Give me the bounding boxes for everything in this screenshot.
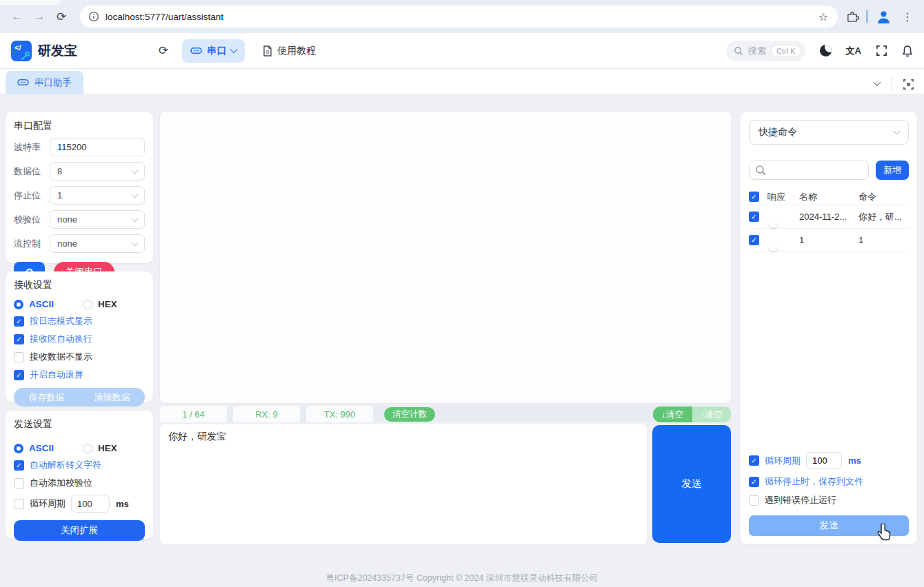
auto-scroll-option[interactable]: ✓开启自动滚屏 bbox=[14, 369, 145, 381]
quick-commands-select[interactable]: 快捷命令 bbox=[749, 120, 909, 145]
serial-nav-button[interactable]: 串口 bbox=[182, 39, 245, 63]
tutorial-link[interactable]: 使用教程 bbox=[263, 45, 316, 57]
browser-back-button[interactable]: ← bbox=[7, 6, 28, 27]
url-text[interactable]: localhost:5777/uart/assistant bbox=[106, 12, 807, 22]
add-command-button[interactable]: 新增 bbox=[876, 161, 909, 180]
receive-format-radios: ASCII HEX bbox=[14, 299, 145, 309]
select-value: none bbox=[57, 238, 77, 249]
hex-radio[interactable] bbox=[83, 444, 92, 453]
command-value-cell: 1 bbox=[858, 235, 909, 245]
global-search[interactable]: 搜索 Ctrl K bbox=[726, 41, 805, 61]
hex-radio[interactable] bbox=[83, 300, 92, 309]
select-value: 8 bbox=[57, 166, 62, 176]
site-info-icon[interactable] bbox=[88, 11, 99, 22]
dark-mode-icon[interactable] bbox=[820, 45, 832, 56]
loop-period-input[interactable] bbox=[71, 495, 110, 513]
tabs-collapse-chevron-icon[interactable] bbox=[873, 79, 881, 86]
browser-menu-icon[interactable]: ⋮ bbox=[899, 10, 916, 23]
clear-data-button[interactable]: 清除数据 bbox=[94, 391, 130, 404]
ascii-radio-label[interactable]: ASCII bbox=[29, 299, 54, 309]
field-label: 数据位 bbox=[14, 165, 50, 178]
select-value: 1 bbox=[57, 190, 62, 200]
bookmark-star-icon[interactable]: ☆ bbox=[813, 10, 834, 23]
send-text-input[interactable]: 你好，研发宝 bbox=[160, 424, 647, 544]
checkbox-unchecked-icon: ✓ bbox=[14, 478, 24, 488]
clear-counters-button[interactable]: 清空计数 bbox=[384, 407, 435, 422]
command-search-input[interactable] bbox=[749, 161, 869, 180]
ascii-radio-label[interactable]: ASCII bbox=[29, 443, 54, 453]
profile-avatar-icon[interactable] bbox=[875, 8, 892, 25]
command-name-cell: 1 bbox=[799, 235, 858, 245]
clear-down-button[interactable]: ↓清空 bbox=[653, 406, 692, 422]
send-settings-panel: 发送设置 ASCII HEX ✓自动解析转义字符 ✓自动添加校验位 ✓ 循环周期… bbox=[6, 411, 153, 539]
checkbox-checked-icon: ✓ bbox=[14, 334, 24, 344]
loop-period-input[interactable] bbox=[806, 452, 842, 469]
checkbox-unchecked-icon: ✓ bbox=[14, 352, 24, 362]
row-checkbox[interactable]: ✓ bbox=[749, 212, 759, 222]
fullscreen-icon[interactable] bbox=[876, 45, 887, 56]
column-name: 名称 bbox=[799, 191, 858, 203]
tab-bar-actions bbox=[874, 77, 924, 94]
option-label: 开启自动滚屏 bbox=[30, 369, 83, 381]
close-extension-button[interactable]: 关闭扩展 bbox=[14, 520, 145, 541]
command-row[interactable]: ✓ 2024-11-2... 你好，研... bbox=[749, 205, 909, 229]
field-label: 停止位 bbox=[14, 189, 50, 202]
receive-data-buttons: 保存数据 清除数据 bbox=[14, 388, 145, 406]
auto-wrap-option[interactable]: ✓接收区自动换行 bbox=[14, 333, 145, 345]
auto-checksum-option[interactable]: ✓自动添加校验位 bbox=[14, 477, 145, 489]
baud-rate-row: 波特率 bbox=[14, 138, 145, 156]
translate-icon[interactable]: 文A bbox=[846, 45, 861, 57]
browser-forward-button[interactable]: → bbox=[29, 6, 50, 27]
stop-on-error-option[interactable]: ✓ 遇到错误停止运行 bbox=[749, 494, 909, 506]
focus-capture-icon[interactable] bbox=[903, 79, 914, 90]
tab-serial-assistant[interactable]: 串口助手 bbox=[6, 71, 83, 94]
app-logo-icon[interactable]: </ bbox=[11, 41, 32, 61]
send-button[interactable]: 发送 bbox=[652, 425, 731, 543]
checkbox-checked-icon: ✓ bbox=[14, 460, 24, 471]
document-icon bbox=[263, 45, 272, 56]
save-data-button[interactable]: 保存数据 bbox=[29, 391, 65, 404]
flow-control-select[interactable]: none bbox=[50, 234, 145, 253]
chevron-down-icon bbox=[894, 128, 901, 135]
receive-data-area[interactable] bbox=[160, 112, 731, 403]
log-mode-option[interactable]: ✓按日志模式显示 bbox=[14, 315, 145, 327]
page-counter-chip: 1 / 64 bbox=[160, 406, 227, 422]
ascii-radio[interactable] bbox=[14, 300, 23, 309]
checkbox-checked-icon[interactable]: ✓ bbox=[749, 455, 759, 466]
hex-radio-label[interactable]: HEX bbox=[98, 443, 117, 453]
baud-rate-input[interactable] bbox=[57, 142, 137, 152]
field-label: 流控制 bbox=[14, 238, 50, 250]
row-checkbox[interactable]: ✓ bbox=[749, 235, 759, 245]
save-on-stop-option[interactable]: ✓ 循环停止时，保存到文件 bbox=[749, 475, 909, 488]
serial-nav-label: 串口 bbox=[207, 45, 226, 57]
loop-period-unit: ms bbox=[848, 455, 861, 466]
receive-settings-panel: 接收设置 ASCII HEX ✓按日志模式显示 ✓接收区自动换行 ✓接收数据不显… bbox=[6, 271, 153, 402]
stop-bits-select[interactable]: 1 bbox=[50, 186, 145, 205]
command-row[interactable]: ✓ 1 1 bbox=[749, 229, 909, 252]
field-label: 校验位 bbox=[14, 214, 50, 226]
option-label: 按日志模式显示 bbox=[30, 315, 92, 327]
browser-controls: ⋮ bbox=[846, 8, 917, 25]
escape-parse-option[interactable]: ✓自动解析转义字符 bbox=[14, 459, 145, 471]
checkbox-checked-icon: ✓ bbox=[14, 316, 24, 327]
data-bits-select[interactable]: 8 bbox=[50, 162, 145, 181]
quick-commands-title: 快捷命令 bbox=[759, 126, 797, 138]
footer-copyright: 粤ICP备2024335737号 Copyright © 2024 深圳市慧联灵… bbox=[0, 573, 924, 584]
address-bar[interactable]: localhost:5777/uart/assistant ☆ bbox=[80, 6, 838, 28]
select-all-checkbox[interactable]: ✓ bbox=[749, 192, 759, 202]
clear-up-button[interactable]: ↑清空 bbox=[692, 406, 732, 422]
parity-select[interactable]: none bbox=[50, 210, 145, 229]
data-bits-row: 数据位 8 bbox=[14, 162, 145, 181]
notification-bell-icon[interactable] bbox=[902, 45, 913, 57]
hide-received-option[interactable]: ✓接收数据不显示 bbox=[14, 351, 145, 363]
browser-reload-button[interactable]: ⟳ bbox=[51, 6, 72, 27]
ascii-radio[interactable] bbox=[14, 444, 23, 453]
loop-period-option: ✓ 循环周期 ms bbox=[749, 452, 909, 469]
refresh-icon[interactable]: ⟳ bbox=[159, 43, 168, 58]
option-label: 自动添加校验位 bbox=[30, 477, 92, 489]
mouse-cursor-icon bbox=[876, 524, 891, 542]
hex-radio-label[interactable]: HEX bbox=[98, 299, 117, 309]
page: ← → ⟳ localhost:5777/uart/assistant ☆ ⋮ … bbox=[0, 0, 924, 587]
checkbox-unchecked-icon[interactable]: ✓ bbox=[14, 499, 24, 509]
extensions-icon[interactable] bbox=[846, 10, 859, 23]
